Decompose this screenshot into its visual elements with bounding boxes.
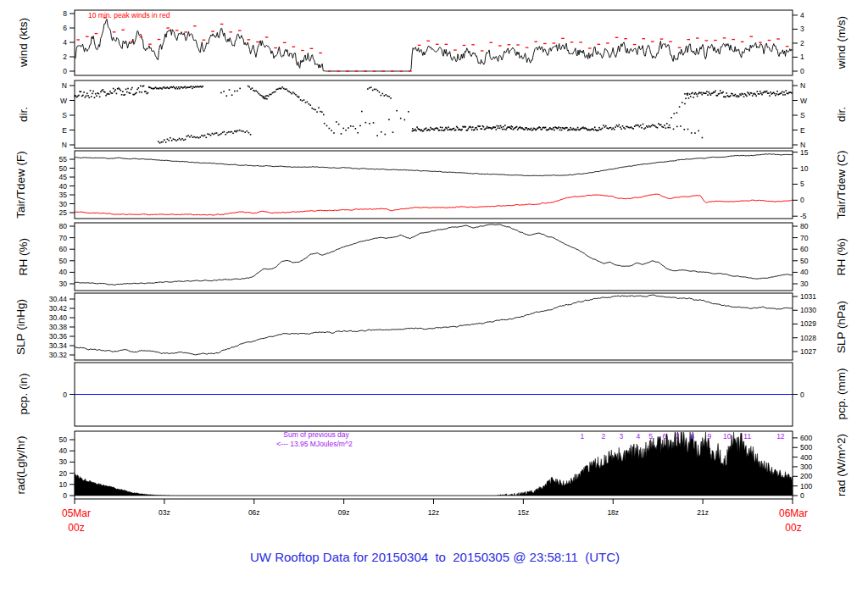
- svg-text:30.34: 30.34: [49, 341, 68, 350]
- svg-text:11: 11: [743, 432, 751, 441]
- x-axis-start-date: 05Mar 00z: [62, 507, 91, 535]
- axis-label-temp-f: Tair/Tdew (F): [14, 151, 27, 219]
- svg-text:12z: 12z: [428, 508, 440, 517]
- svg-text:25: 25: [59, 208, 68, 217]
- axis-label-dir-left: dir.: [17, 107, 30, 122]
- svg-text:35: 35: [59, 191, 68, 199]
- svg-text:2: 2: [800, 39, 804, 47]
- axis-label-dir-right: dir.: [835, 107, 848, 122]
- svg-text:30.40: 30.40: [49, 313, 68, 322]
- svg-text:W: W: [800, 97, 807, 105]
- svg-text:30.32: 30.32: [49, 351, 68, 359]
- svg-text:N: N: [800, 81, 805, 90]
- svg-text:300: 300: [800, 463, 812, 471]
- svg-text:100: 100: [800, 482, 812, 490]
- svg-text:30: 30: [800, 280, 809, 288]
- svg-text:30: 30: [59, 457, 68, 466]
- svg-text:15: 15: [800, 148, 809, 157]
- svg-text:50: 50: [59, 164, 68, 173]
- svg-text:0: 0: [800, 196, 804, 204]
- svg-text:30.38: 30.38: [49, 323, 68, 331]
- axis-label-slp-hpa: SLP (hPa): [835, 301, 848, 353]
- rad-sum-note-line2: <--- 13.95 MJoules/m^2: [276, 440, 352, 448]
- svg-text:1028: 1028: [800, 334, 816, 342]
- svg-text:50: 50: [59, 435, 68, 444]
- svg-text:80: 80: [800, 222, 809, 230]
- svg-text:30.36: 30.36: [49, 332, 68, 341]
- svg-text:0: 0: [63, 67, 67, 75]
- svg-text:80: 80: [59, 222, 68, 230]
- start-hour-text: 00z: [62, 521, 91, 535]
- svg-text:10: 10: [59, 480, 68, 489]
- svg-text:1030: 1030: [800, 306, 816, 314]
- svg-text:1029: 1029: [800, 319, 816, 328]
- svg-text:-5: -5: [800, 212, 807, 220]
- svg-text:1: 1: [581, 432, 585, 441]
- axis-label-pcp-in: pcp. (in): [17, 374, 30, 415]
- svg-text:3: 3: [800, 25, 804, 33]
- svg-text:W: W: [60, 97, 67, 105]
- svg-text:8: 8: [63, 9, 67, 18]
- rad-sum-note-line1: Sum of previous day: [283, 430, 348, 439]
- plot-canvas: 0246801234NWSENNWSEN25303540455055-50510…: [0, 0, 868, 593]
- svg-text:10: 10: [800, 164, 809, 173]
- svg-text:4: 4: [63, 38, 67, 47]
- svg-text:S: S: [62, 111, 67, 119]
- svg-text:5: 5: [648, 432, 653, 441]
- svg-text:6: 6: [63, 24, 67, 32]
- svg-text:30: 30: [59, 280, 68, 288]
- svg-text:18z: 18z: [607, 508, 619, 517]
- svg-text:7: 7: [675, 432, 679, 441]
- svg-text:4: 4: [800, 11, 804, 19]
- svg-text:0: 0: [63, 491, 67, 500]
- svg-text:40: 40: [59, 182, 68, 191]
- svg-text:40: 40: [59, 268, 68, 276]
- svg-text:8: 8: [690, 432, 694, 441]
- svg-text:30: 30: [59, 200, 68, 208]
- meteogram: 0246801234NWSENNWSEN25303540455055-50510…: [0, 0, 868, 593]
- svg-text:50: 50: [800, 257, 809, 265]
- axis-label-rad-wm2: rad (W/m^2): [835, 434, 848, 496]
- svg-text:40: 40: [800, 268, 809, 276]
- svg-text:10: 10: [723, 432, 732, 441]
- svg-text:30.44: 30.44: [49, 295, 68, 303]
- svg-text:70: 70: [800, 234, 809, 242]
- svg-text:06z: 06z: [248, 508, 260, 517]
- svg-text:45: 45: [59, 173, 68, 181]
- svg-text:E: E: [800, 126, 805, 135]
- svg-text:40: 40: [59, 446, 68, 455]
- svg-text:600: 600: [800, 434, 812, 442]
- svg-text:S: S: [800, 111, 805, 119]
- svg-text:200: 200: [800, 472, 812, 480]
- svg-text:55: 55: [59, 155, 68, 163]
- axis-label-temp-c: Tair/Tdew (C): [835, 150, 848, 219]
- svg-text:0: 0: [800, 67, 804, 75]
- chart-title: UW Rooftop Data for 20150304 to 20150305…: [250, 550, 620, 564]
- svg-text:1027: 1027: [800, 347, 816, 356]
- svg-text:E: E: [62, 126, 67, 135]
- svg-text:2: 2: [602, 432, 606, 441]
- svg-text:1: 1: [800, 53, 804, 61]
- axis-label-pcp-mm: pcp. (mm): [835, 369, 848, 420]
- svg-text:70: 70: [59, 234, 68, 242]
- axis-label-rh-right: RH (%): [835, 238, 848, 275]
- x-axis-end-date: 06Mar 00z: [779, 507, 808, 535]
- wind-peak-note: 10 min. peak winds in red: [88, 11, 170, 19]
- svg-text:0: 0: [800, 491, 804, 500]
- svg-text:500: 500: [800, 443, 812, 452]
- svg-text:5: 5: [800, 180, 804, 188]
- svg-text:21z: 21z: [697, 508, 709, 517]
- svg-text:6: 6: [663, 432, 667, 441]
- svg-text:400: 400: [800, 453, 812, 462]
- svg-text:60: 60: [59, 245, 68, 253]
- end-hour-text: 00z: [779, 521, 808, 535]
- svg-text:30.42: 30.42: [49, 304, 68, 313]
- svg-text:03z: 03z: [159, 508, 170, 517]
- svg-text:09z: 09z: [338, 508, 350, 517]
- svg-text:60: 60: [800, 245, 809, 253]
- axis-label-slp-inhg: SLP (inHg): [14, 299, 27, 355]
- svg-text:9: 9: [708, 432, 712, 441]
- svg-text:15z: 15z: [518, 508, 530, 517]
- svg-text:0: 0: [800, 391, 804, 399]
- svg-text:1031: 1031: [800, 292, 816, 301]
